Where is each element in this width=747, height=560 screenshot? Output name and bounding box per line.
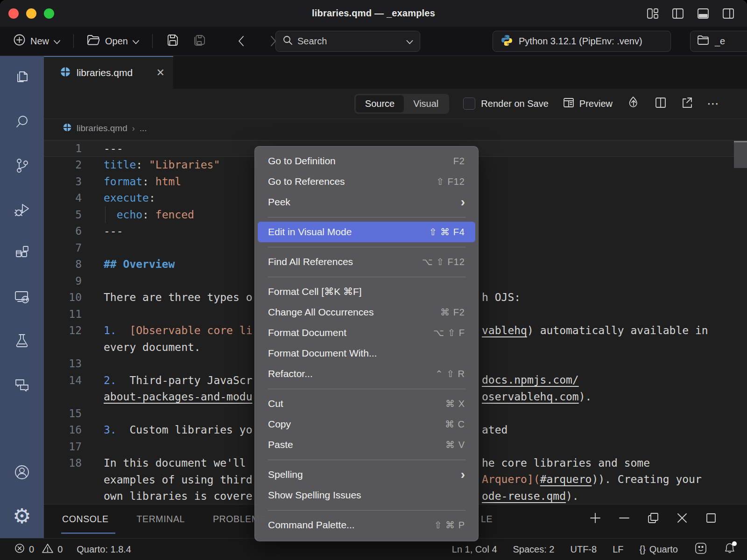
toggle-secondary-sidebar-icon[interactable] xyxy=(722,7,735,20)
visual-mode-button[interactable]: Visual xyxy=(404,95,448,112)
menu-item-show-spelling-issues[interactable]: Show Spelling Issues xyxy=(258,485,475,505)
menu-item-go-to-definition[interactable]: Go to DefinitionF2 xyxy=(258,151,475,171)
panel-plus-icon[interactable] xyxy=(589,512,601,526)
extensions-icon[interactable] xyxy=(0,231,44,275)
menu-item-copy[interactable]: Copy⌘ C xyxy=(258,414,475,434)
editor-action-bar: Source Visual Render on Save Preview ⋯ xyxy=(44,89,747,119)
eol-status[interactable]: LF xyxy=(613,544,623,555)
cursor-position-status[interactable]: Ln 1, Col 4 xyxy=(452,544,497,555)
menu-separator xyxy=(268,460,466,460)
interpreter-label: Python 3.12.1 (PipEnv: .venv) xyxy=(519,36,642,47)
menu-item-paste[interactable]: Paste⌘ V xyxy=(258,434,475,455)
menu-item-format-cell[interactable]: Format Cell [⌘K ⌘F] xyxy=(258,281,475,302)
render-on-save-checkbox[interactable] xyxy=(463,98,475,110)
title-bar: libraries.qmd — _examples xyxy=(0,0,747,27)
remote-explorer-icon[interactable] xyxy=(0,275,44,319)
indentation-status[interactable]: Spaces: 2 xyxy=(513,544,555,555)
menu-item-change-all-occurrences[interactable]: Change All Occurrences⌘ F2 xyxy=(258,302,475,322)
account-icon[interactable] xyxy=(0,450,44,494)
run-debug-icon[interactable] xyxy=(0,188,44,231)
interpreter-selector[interactable]: Python 3.12.1 (PipEnv: .venv) xyxy=(493,31,671,52)
panel-maximize-icon[interactable] xyxy=(705,512,717,526)
warning-icon xyxy=(42,543,54,556)
save-icon xyxy=(166,33,180,49)
panel-minimize-icon[interactable] xyxy=(618,512,630,526)
window-title: libraries.qmd — _examples xyxy=(0,8,747,19)
breadcrumb-more[interactable]: ... xyxy=(140,123,147,133)
explorer-icon[interactable] xyxy=(0,56,44,100)
settings-gear-icon[interactable]: ⚙ xyxy=(0,494,44,538)
encoding-status[interactable]: UTF-8 xyxy=(570,544,597,555)
quarto-version-status[interactable]: Quarto: 1.8.4 xyxy=(77,544,131,555)
source-visual-toggle: Source Visual xyxy=(354,94,450,114)
quarto-file-icon xyxy=(60,66,71,80)
open-button[interactable]: Open xyxy=(84,31,142,51)
open-in-new-window-icon[interactable] xyxy=(681,97,693,111)
panel-tab-console[interactable]: CONSOLE xyxy=(62,514,109,525)
menu-item-format-document[interactable]: Format Document⌥ ⇧ F xyxy=(258,322,475,343)
folder-open-icon xyxy=(87,34,100,48)
menu-item-go-to-references[interactable]: Go to References⇧ F12 xyxy=(258,171,475,192)
search-placeholder: Search xyxy=(297,36,327,47)
breadcrumb-file[interactable]: libraries.qmd xyxy=(77,123,127,133)
menu-item-cut[interactable]: Cut⌘ X xyxy=(258,393,475,414)
preview-icon xyxy=(563,97,575,111)
toolbar-divider xyxy=(73,34,74,48)
panel-tab-terminal[interactable]: TERMINAL xyxy=(137,514,185,525)
breadcrumb[interactable]: libraries.qmd › ... xyxy=(44,119,747,138)
braces-icon: {} xyxy=(639,544,645,555)
activity-bar: ⚙ xyxy=(0,56,44,538)
open-button-label: Open xyxy=(105,36,128,47)
source-mode-button[interactable]: Source xyxy=(356,95,404,112)
chevron-down-icon[interactable] xyxy=(406,36,413,47)
panel-tab-fragment[interactable]: LE xyxy=(481,514,493,525)
save-all-button[interactable] xyxy=(189,30,210,52)
menu-separator xyxy=(268,510,466,511)
back-button[interactable] xyxy=(235,33,247,49)
menu-separator xyxy=(268,217,466,217)
customize-layout-icon[interactable] xyxy=(646,7,659,20)
toolbar-divider xyxy=(152,34,153,48)
menu-separator xyxy=(268,389,466,389)
preview-button[interactable]: Preview xyxy=(563,97,613,111)
menu-item-spelling[interactable]: Spelling› xyxy=(258,464,475,485)
tab-libraries-qmd[interactable]: libraries.qmd ✕ xyxy=(44,56,173,89)
source-control-icon[interactable] xyxy=(0,144,44,188)
menu-separator xyxy=(268,247,466,247)
panel-restore-icon[interactable] xyxy=(647,512,659,526)
app-window: libraries.qmd — _examples New Open xyxy=(0,0,747,560)
split-editor-icon[interactable] xyxy=(655,97,667,111)
project-label: _e xyxy=(715,36,725,47)
close-tab-icon[interactable]: ✕ xyxy=(156,67,165,79)
notifications-bell-icon[interactable] xyxy=(724,542,736,557)
search-input[interactable]: Search xyxy=(275,31,420,52)
toggle-panel-icon[interactable] xyxy=(697,7,710,20)
testing-icon[interactable] xyxy=(0,319,44,363)
panel-close-icon[interactable] xyxy=(676,512,688,526)
chat-icon[interactable] xyxy=(0,363,44,407)
menu-item-peek[interactable]: Peek› xyxy=(258,192,475,212)
save-button[interactable] xyxy=(163,30,183,52)
menu-item-find-all-references[interactable]: Find All References⌥ ⇧ F12 xyxy=(258,252,475,272)
search-icon xyxy=(282,35,293,48)
save-all-icon xyxy=(192,33,207,49)
toggle-primary-sidebar-icon[interactable] xyxy=(671,7,684,20)
menu-item-command-palette[interactable]: Command Palette...⇧ ⌘ P xyxy=(258,515,475,535)
feedback-icon[interactable] xyxy=(694,542,708,557)
language-mode-status[interactable]: {} Quarto xyxy=(639,544,678,555)
more-actions-icon[interactable]: ⋯ xyxy=(707,97,720,111)
search-sidebar-icon[interactable] xyxy=(0,100,44,144)
error-icon xyxy=(14,543,25,556)
submenu-arrow-icon: › xyxy=(461,196,465,209)
new-button[interactable]: New xyxy=(10,31,63,51)
menu-item-edit-in-visual-mode[interactable]: Edit in Visual Mode⇧ ⌘ F4 xyxy=(258,222,475,242)
menu-item-format-document-with[interactable]: Format Document With... xyxy=(258,343,475,364)
menu-separator xyxy=(268,277,466,277)
editor-scrollbar[interactable] xyxy=(734,141,747,168)
problems-status[interactable]: 0 0 xyxy=(14,543,63,556)
render-icon[interactable] xyxy=(627,96,641,112)
new-button-label: New xyxy=(30,36,49,47)
plus-circle-icon xyxy=(13,34,26,49)
menu-item-refactor[interactable]: Refactor...⌃ ⇧ R xyxy=(258,364,475,384)
project-selector[interactable]: _e xyxy=(690,31,747,52)
